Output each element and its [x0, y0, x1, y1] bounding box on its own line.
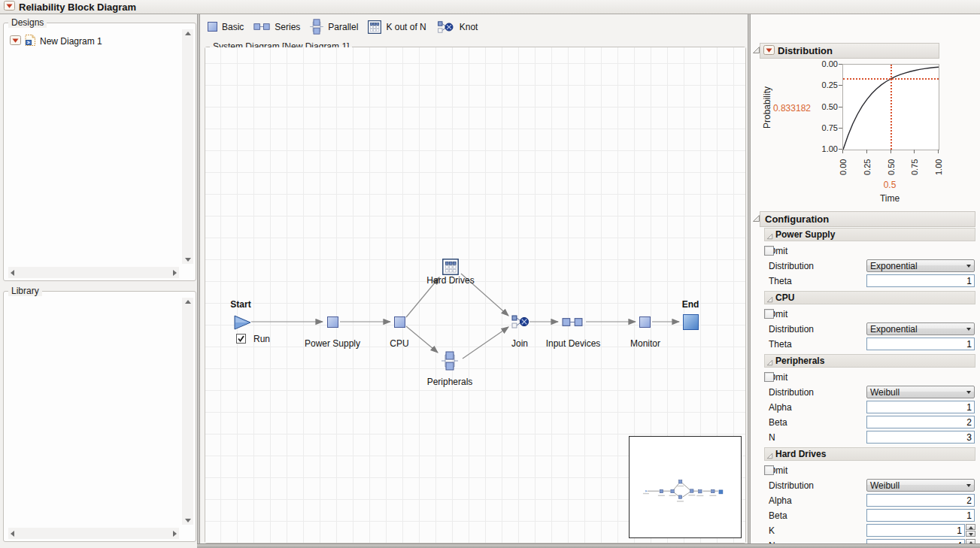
y-tick-label: 0.25 — [813, 80, 838, 89]
node-peripherals[interactable] — [441, 351, 458, 373]
scroll-arrow-icon[interactable] — [11, 531, 14, 537]
section-collapse-icon[interactable] — [766, 451, 773, 462]
probability-plot[interactable] — [842, 64, 939, 150]
y-axis-label: Probability — [762, 77, 772, 138]
select-value: Weibull — [870, 387, 900, 398]
series-block-icon — [562, 317, 583, 327]
y-tick-label: 0.50 — [813, 102, 838, 111]
scroll-arrow-icon[interactable] — [11, 270, 14, 276]
toolbar-button-knot[interactable]: Knot — [436, 20, 478, 34]
section-header-power-supply[interactable]: Power Supply — [764, 228, 975, 241]
start-triangle-icon — [234, 315, 252, 330]
distribution-select-peripherals[interactable]: Weibull — [866, 386, 975, 398]
k-input-hard-drives[interactable] — [866, 524, 965, 537]
scroll-arrow-icon[interactable] — [185, 300, 191, 304]
node-label-join: Join — [511, 338, 528, 349]
section-collapse-icon[interactable] — [766, 232, 773, 242]
config-row-theta-power-supply: Theta — [764, 274, 975, 289]
y-tick-mark — [839, 107, 842, 107]
toolbar-button-series[interactable]: Series — [253, 22, 300, 32]
report-disclosure-button[interactable] — [4, 1, 15, 13]
stepper-down-button[interactable] — [966, 531, 975, 537]
end-node[interactable] — [683, 314, 699, 330]
field-label: Beta — [769, 417, 787, 428]
section-header-peripherals[interactable]: Peripherals — [764, 354, 975, 368]
dropdown-arrow-icon — [966, 265, 971, 268]
stepper-up-button[interactable] — [966, 524, 975, 530]
designs-panel: Designs New Diagram 1 — [3, 23, 196, 281]
field-label: Distribution — [769, 387, 814, 398]
node-label-cpu: CPU — [390, 338, 408, 349]
section-collapse-icon[interactable] — [766, 295, 773, 305]
node-label-power-supply: Power Supply — [305, 338, 360, 349]
scroll-arrow-icon[interactable] — [185, 258, 191, 262]
series-icon — [253, 23, 270, 31]
scroll-arrow-icon[interactable] — [185, 519, 191, 522]
omit-checkbox-peripherals[interactable] — [764, 372, 774, 382]
distribution-select-power-supply[interactable]: Exponential — [866, 259, 975, 272]
run-checkbox[interactable] — [236, 334, 246, 344]
start-node[interactable] — [234, 315, 252, 332]
configuration-sections: Power SupplyOmitDistributionExponentialT… — [764, 228, 975, 548]
alpha-input-peripherals[interactable] — [866, 401, 975, 413]
bottom-edge — [197, 543, 980, 548]
time-reference-line[interactable] — [890, 65, 892, 150]
config-row-theta-cpu: Theta — [764, 337, 975, 352]
config-section-hard-drives: Hard DrivesOmitDistributionWeibullAlphaB… — [764, 447, 975, 548]
alpha-input-hard-drives[interactable] — [866, 494, 975, 507]
scroll-arrow-icon[interactable] — [173, 531, 177, 537]
toolbar-button-k-out-of-n[interactable]: K out of N — [368, 20, 426, 34]
node-join[interactable] — [511, 314, 529, 332]
field-label: Theta — [769, 339, 792, 350]
library-horizontal-scrollbar[interactable] — [8, 528, 179, 539]
design-disclosure-button[interactable] — [10, 35, 21, 47]
kofn-icon — [368, 20, 381, 34]
design-item-label[interactable]: New Diagram 1 — [40, 36, 102, 47]
scroll-arrow-icon[interactable] — [173, 270, 177, 276]
toolbar-button-label: K out of N — [386, 22, 426, 32]
omit-checkbox-cpu[interactable] — [764, 309, 774, 319]
section-header-cpu[interactable]: CPU — [764, 291, 975, 304]
time-reference-value[interactable]: 0.5 — [875, 180, 905, 190]
probability-reference-value[interactable]: 0.833182 — [772, 103, 811, 114]
dropdown-arrow-icon — [966, 328, 971, 331]
y-tick-label: 1.00 — [813, 144, 838, 153]
library-vertical-scrollbar[interactable] — [182, 298, 193, 525]
toolbar-button-parallel[interactable]: Parallel — [310, 19, 358, 35]
beta-input-peripherals[interactable] — [866, 416, 975, 428]
library-panel-label: Library — [8, 286, 42, 296]
config-row-k-hard-drives: K — [764, 523, 975, 538]
n-input-peripherals[interactable] — [866, 431, 975, 444]
section-collapse-icon[interactable] — [766, 358, 773, 368]
toolbar-button-basic[interactable]: Basic — [208, 22, 244, 32]
distribution-select-hard-drives[interactable]: Weibull — [866, 479, 975, 492]
node-power-supply[interactable] — [327, 316, 338, 328]
theta-input-power-supply[interactable] — [866, 274, 975, 287]
y-tick-mark — [839, 64, 842, 65]
node-cpu[interactable] — [394, 316, 405, 328]
overview-minimap[interactable] — [629, 436, 742, 538]
designs-horizontal-scrollbar[interactable] — [8, 267, 179, 278]
scroll-arrow-icon[interactable] — [185, 32, 191, 35]
parallel-block-icon — [441, 351, 458, 371]
designs-vertical-scrollbar[interactable] — [182, 29, 193, 264]
diagram-canvas[interactable]: StartRunPower SupplyCPUHard DrivesPeriph… — [205, 47, 745, 543]
omit-checkbox-hard-drives[interactable] — [764, 465, 774, 475]
design-item-new-diagram-1[interactable]: New Diagram 1 — [10, 34, 102, 49]
distribution-disclosure-button[interactable] — [763, 45, 775, 57]
node-input-devices[interactable] — [562, 317, 583, 329]
section-header-hard-drives[interactable]: Hard Drives — [764, 447, 975, 461]
node-label-monitor: Monitor — [630, 338, 660, 349]
left-splitter[interactable] — [197, 14, 200, 548]
field-label: N — [769, 432, 775, 443]
beta-input-hard-drives[interactable] — [866, 509, 975, 522]
theta-input-cpu[interactable] — [866, 338, 975, 350]
distribution-select-cpu[interactable]: Exponential — [866, 322, 975, 335]
config-row-omit-power-supply: Omit — [764, 244, 975, 259]
config-section-cpu: CPUOmitDistributionExponentialTheta — [764, 291, 975, 352]
omit-checkbox-power-supply[interactable] — [764, 246, 774, 256]
section-title: Hard Drives — [775, 449, 826, 459]
knot-icon — [436, 20, 455, 34]
node-monitor[interactable] — [639, 316, 651, 328]
field-label: Alpha — [769, 402, 792, 413]
